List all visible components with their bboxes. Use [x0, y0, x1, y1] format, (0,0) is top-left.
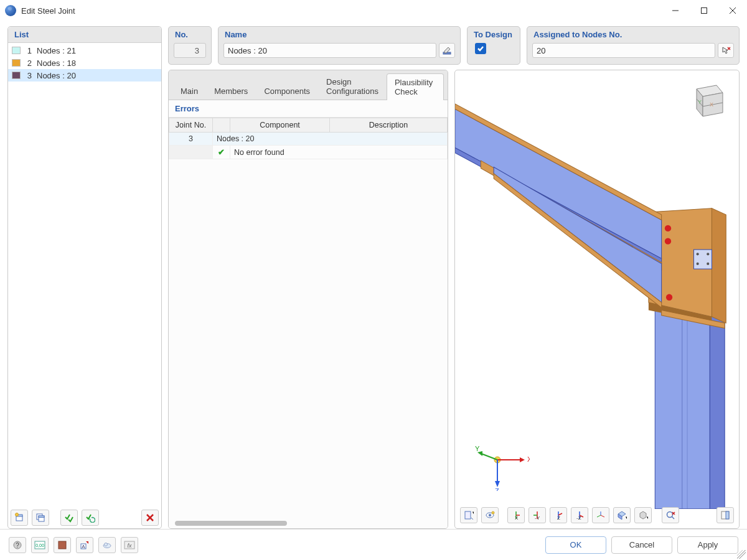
svg-marker-20: [712, 208, 726, 323]
svg-text:Y: Y: [698, 99, 702, 105]
zoom-reset-button[interactable]: [662, 507, 679, 523]
list-item[interactable]: 1 Nodes : 21: [8, 44, 161, 57]
view-z-button[interactable]: Z: [550, 507, 567, 523]
list-item-number: 3: [26, 71, 32, 80]
cancel-button[interactable]: Cancel: [611, 536, 672, 554]
assigned-nodes-label: Assigned to Nodes No.: [527, 27, 739, 39]
check-all-button[interactable]: [60, 510, 78, 526]
tab-design-configurations[interactable]: Design Configurations: [318, 73, 387, 100]
number-field[interactable]: 3: [174, 43, 206, 58]
group-joint-no: 3: [169, 133, 213, 146]
tab-strip: Main Members Components Design Configura…: [169, 70, 448, 100]
svg-point-36: [666, 294, 672, 301]
svg-line-72: [601, 515, 604, 517]
number-panel: No. 3: [168, 26, 212, 65]
svg-text:▾: ▾: [626, 515, 627, 520]
help-button[interactable]: ?: [9, 537, 26, 553]
color-swatch: [12, 47, 21, 54]
col-component[interactable]: Component: [230, 118, 330, 133]
minimize-button[interactable]: [661, 0, 690, 21]
cloud-button[interactable]: [98, 537, 116, 553]
tab-members[interactable]: Members: [206, 82, 256, 100]
svg-rect-9: [39, 516, 44, 518]
list-item-number: 2: [26, 58, 32, 68]
svg-text:X: X: [515, 515, 519, 520]
svg-rect-89: [59, 541, 66, 549]
check-icon: ✔: [217, 147, 226, 157]
annotation-button[interactable]: A: [76, 537, 93, 553]
color-swatch: [12, 59, 21, 67]
window-title: Edit Steel Joint: [21, 6, 75, 16]
svg-rect-1: [702, 8, 707, 14]
col-joint-no[interactable]: Joint No.: [169, 118, 213, 133]
error-description: No error found: [230, 146, 448, 159]
visibility-button[interactable]: [481, 507, 499, 523]
svg-point-57: [489, 514, 491, 516]
errors-row[interactable]: ✔ No error found: [169, 146, 448, 159]
name-label: Name: [218, 27, 460, 39]
expand-viewport-button[interactable]: [716, 507, 734, 523]
errors-header: Errors: [169, 100, 448, 118]
viewport-3d[interactable]: X Y X Y Z ▾ X -Y: [454, 70, 740, 529]
edit-name-button[interactable]: [439, 43, 455, 58]
svg-text:A: A: [82, 544, 85, 549]
svg-point-6: [16, 513, 19, 516]
list-item-label: Nodes : 20: [37, 71, 76, 80]
errors-group-row[interactable]: 3 Nodes : 20: [169, 133, 448, 146]
resize-grip[interactable]: [737, 550, 746, 559]
col-status-icon[interactable]: [213, 118, 230, 133]
tab-main[interactable]: Main: [172, 82, 206, 100]
col-description[interactable]: Description: [330, 118, 448, 133]
delete-item-button[interactable]: [141, 510, 159, 526]
list-item-label: Nodes : 18: [37, 58, 76, 68]
horizontal-scrollbar[interactable]: [175, 521, 287, 526]
list-item[interactable]: 2 Nodes : 18: [8, 57, 161, 69]
list-item[interactable]: 3 Nodes : 20: [8, 69, 161, 82]
navigation-cube[interactable]: X Y: [684, 78, 728, 121]
view-x-button[interactable]: X: [507, 507, 525, 523]
assigned-nodes-panel: Assigned to Nodes No. 20: [527, 26, 740, 65]
apply-button[interactable]: Apply: [677, 536, 738, 554]
svg-text:0,00: 0,00: [35, 543, 44, 548]
function-button[interactable]: fx: [121, 537, 138, 553]
joint-list[interactable]: 1 Nodes : 21 2 Nodes : 18 3 Nodes : 20: [8, 43, 161, 507]
shade-mode-button[interactable]: ▾: [613, 507, 631, 523]
todesign-panel: To Design: [467, 26, 520, 65]
svg-text:-Z: -Z: [576, 515, 581, 520]
name-panel: Name Nodes : 20: [218, 26, 461, 65]
svg-text:?: ?: [16, 542, 19, 549]
view-settings-button[interactable]: ▾: [460, 507, 477, 523]
joint-list-panel: List 1 Nodes : 21 2 Nodes : 18 3 Nodes :…: [7, 26, 162, 529]
pick-nodes-button[interactable]: [718, 43, 734, 58]
uncheck-all-button[interactable]: [82, 510, 99, 526]
tab-components[interactable]: Components: [256, 82, 318, 100]
assigned-nodes-field[interactable]: 20: [532, 43, 715, 58]
list-item-label: Nodes : 21: [37, 46, 76, 55]
svg-text:▾: ▾: [472, 510, 474, 515]
svg-line-80: [672, 516, 674, 519]
svg-point-58: [492, 511, 494, 514]
render-mode-button[interactable]: ▾: [634, 507, 652, 523]
view-iso-button[interactable]: [592, 507, 609, 523]
name-field[interactable]: Nodes : 20: [223, 43, 436, 58]
todesign-label: To Design: [467, 27, 520, 39]
axis-gizmo[interactable]: X Y Z: [474, 441, 530, 491]
close-button[interactable]: [718, 0, 747, 21]
number-label: No.: [169, 27, 211, 39]
svg-point-30: [697, 253, 699, 255]
ok-button[interactable]: OK: [545, 536, 606, 554]
tab-plausibility-check[interactable]: Plausibility Check: [387, 73, 444, 100]
todesign-checkbox[interactable]: [475, 43, 486, 54]
copy-item-button[interactable]: [32, 510, 49, 526]
maximize-button[interactable]: [690, 0, 718, 21]
svg-rect-84: [726, 511, 729, 519]
view-minus-z-button[interactable]: -Z: [571, 507, 588, 523]
svg-text:▾: ▾: [647, 515, 648, 520]
viewport-toolbar: ▾ X -Y Z -Z ▾ ▾: [460, 506, 734, 525]
svg-point-35: [665, 238, 671, 244]
color-swatch: [12, 72, 21, 79]
material-button[interactable]: [54, 537, 71, 553]
view-y-button[interactable]: -Y: [529, 507, 546, 523]
new-item-button[interactable]: [11, 510, 28, 526]
units-button[interactable]: 0,00: [31, 537, 49, 553]
